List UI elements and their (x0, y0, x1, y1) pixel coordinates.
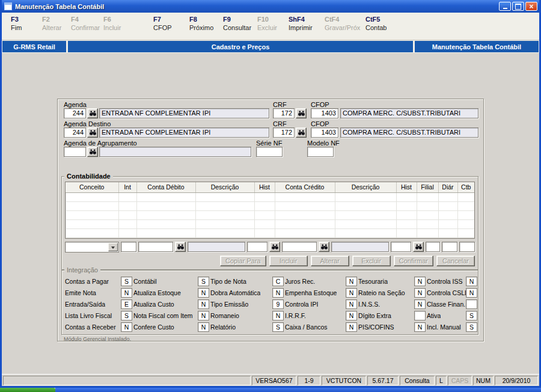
serie-nf-input[interactable] (256, 147, 283, 157)
integration-value-input[interactable]: N (346, 322, 357, 332)
incluir-button[interactable]: Incluir (269, 256, 308, 266)
agenda-crf-input[interactable]: 172 (273, 108, 295, 118)
integration-value-input[interactable]: N (272, 311, 284, 320)
grid-body (66, 192, 474, 237)
agenda-destino-crf-lookup-button[interactable] (296, 127, 307, 138)
integration-field-label: Relatório (210, 323, 236, 331)
conta-debito-input[interactable] (138, 242, 173, 252)
close-button[interactable] (525, 2, 537, 11)
integration-value-input[interactable]: S (198, 277, 209, 286)
minimize-button[interactable] (499, 2, 511, 11)
conta-credito-lookup-button[interactable] (319, 242, 329, 252)
conceito-select[interactable] (65, 242, 119, 253)
grid-cell (438, 201, 457, 210)
agenda-agrupamento-lookup-button[interactable] (87, 147, 98, 157)
diar-input[interactable] (442, 242, 457, 252)
toolbar-item-contab[interactable]: CtF5Contab (365, 16, 387, 31)
grid-row[interactable] (66, 219, 474, 228)
contabilidade-grid[interactable]: Conceito Int Conta Débito Descrição Hist… (65, 182, 475, 239)
integration-value-input[interactable]: N (198, 299, 209, 309)
copiar-para-button[interactable]: Copiar Para (220, 256, 266, 266)
integration-value-input[interactable]: N (414, 322, 426, 332)
start-button[interactable] (0, 388, 55, 392)
integration-value-input[interactable]: 9 (272, 299, 284, 309)
agenda-agrupamento-label: Agenda de Agrupamento (64, 139, 137, 147)
integration-value-input[interactable]: N (346, 311, 357, 320)
toolbar-item-excluir[interactable]: F10Excluir (257, 16, 277, 31)
toolbar-key-label: F3 (11, 16, 22, 23)
integration-value-input[interactable]: N (198, 311, 209, 320)
toolbar-item-confirmar[interactable]: F4Confirmar (71, 16, 100, 31)
ctb-input[interactable] (459, 242, 475, 252)
toolbar-item-imprimir[interactable]: ShF4Imprimir (289, 16, 313, 31)
maximize-button[interactable] (512, 2, 524, 11)
hist-debito-lookup-button[interactable] (269, 242, 280, 252)
chevron-down-icon[interactable] (108, 243, 118, 251)
int-input[interactable] (121, 242, 136, 252)
integration-value-input[interactable]: S (466, 311, 477, 320)
toolbar-item-consultar[interactable]: F9Consultar (223, 16, 251, 31)
agenda-code-input[interactable]: 244 (64, 108, 86, 118)
binoculars-icon (298, 110, 305, 117)
hist-credito-input[interactable] (391, 242, 411, 252)
toolbar-item-proximo[interactable]: F8Próximo (189, 16, 213, 31)
integration-value-input[interactable] (414, 311, 426, 320)
grid-row[interactable] (66, 228, 474, 237)
integration-value-input[interactable]: C (272, 277, 284, 286)
agenda-destino-code-input[interactable]: 244 (64, 127, 86, 138)
agenda-destino-crf-input[interactable]: 172 (273, 127, 295, 138)
integration-value-input[interactable]: N (414, 288, 426, 298)
toolbar-item-gravar-prox[interactable]: CtF4Gravar/Próx (325, 16, 360, 31)
agenda-crf-lookup-button[interactable] (296, 108, 307, 118)
integration-value-input[interactable]: N (346, 288, 357, 298)
grid-row[interactable] (66, 210, 474, 219)
integration-value-input[interactable]: N (121, 322, 132, 332)
integration-value-input[interactable]: S (272, 322, 284, 332)
integration-value-input[interactable]: E (121, 299, 132, 309)
integration-value-input[interactable]: N (121, 288, 132, 298)
grid-row[interactable] (66, 201, 474, 210)
toolbar-item-cfop[interactable]: F7CFOP (153, 16, 172, 31)
toolbar-item-fim[interactable]: F3Fim (11, 16, 22, 31)
agenda-destino-lookup-button[interactable] (87, 127, 98, 138)
agenda-destino-cfop-input[interactable]: 1403 (311, 127, 338, 138)
integration-value-input[interactable] (466, 299, 477, 309)
conta-debito-lookup-button[interactable] (175, 242, 186, 252)
filial-input[interactable] (426, 242, 440, 252)
integration-field-label: Nota Fiscal com Item (133, 312, 193, 319)
integration-value-input[interactable]: S (466, 322, 477, 332)
conta-credito-input[interactable] (282, 242, 317, 252)
agenda-lookup-button[interactable] (87, 108, 98, 118)
integration-value-input[interactable]: S (121, 311, 132, 320)
binoculars-icon (89, 129, 97, 136)
toolbar-key-label: F9 (223, 16, 251, 23)
toolbar-item-incluir[interactable]: F6Incluir (103, 16, 121, 31)
grid-row[interactable] (66, 192, 474, 201)
integration-value-input[interactable]: N (198, 322, 209, 332)
excluir-button[interactable]: Excluir (352, 256, 391, 266)
hist-credito-lookup-button[interactable] (413, 242, 424, 252)
cancelar-button[interactable]: Cancelar (436, 256, 475, 266)
confirmar-button[interactable]: Confirmar (394, 256, 433, 266)
toolbar-item-alterar[interactable]: F2Alterar (42, 16, 61, 31)
integration-value-input[interactable]: N (466, 288, 477, 298)
grid-cell (254, 228, 275, 237)
integration-value-input[interactable]: N (414, 277, 426, 286)
agenda-cfop-input[interactable]: 1403 (311, 108, 338, 118)
integration-value-input[interactable]: N (346, 299, 357, 309)
integration-value-input[interactable]: N (466, 277, 477, 286)
integration-value-input[interactable]: N (272, 288, 284, 298)
integration-column: Tipo de NotaCDobra AutomáticaNTipo Emiss… (210, 277, 284, 332)
grid-cell (457, 228, 474, 237)
integration-value-input[interactable]: N (346, 277, 357, 286)
alterar-button[interactable]: Alterar (311, 256, 349, 266)
integration-field: I.N.S.S.N (358, 299, 426, 309)
integration-value-input[interactable]: S (121, 277, 132, 286)
grid-cell (335, 201, 396, 210)
agenda-agrupamento-code-input[interactable] (64, 147, 86, 157)
integration-value-input[interactable]: N (198, 288, 209, 298)
hist-debito-input[interactable] (247, 242, 267, 252)
integration-value-input[interactable]: N (414, 299, 426, 309)
integracao-groupbox: Integração Contas a PagarSEmite NotaNEnt… (61, 270, 478, 335)
modelo-nf-input[interactable] (307, 147, 334, 157)
